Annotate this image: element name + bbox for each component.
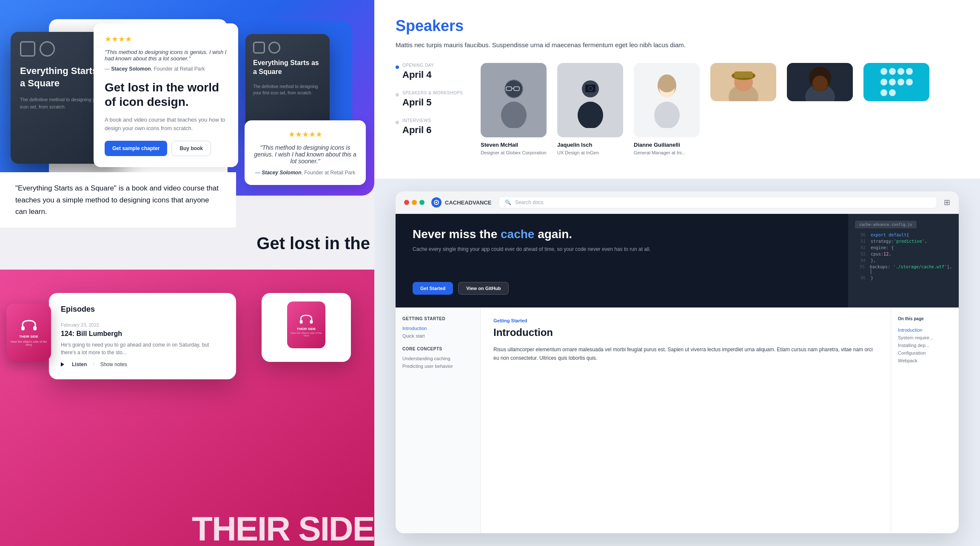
schedule-date-2: April 6 [402, 125, 464, 136]
on-page-item-3[interactable]: Configuration [898, 349, 952, 357]
schedule-date-1: April 5 [402, 97, 464, 108]
on-page-title: On this page [898, 316, 952, 321]
code-line-0: 90 export default { [855, 232, 952, 238]
cache-btns: Get Started View on GitHub [413, 282, 831, 295]
speaker-avatar-5 [875, 63, 918, 101]
reviewer-name: Stacey Solomon [111, 66, 151, 72]
speaker-role-0: Designer at Globex Corporation [481, 150, 549, 156]
code-line-5: 95 backups: ['./storage/cache.wtf'], [855, 264, 952, 275]
bottom-section: Episodes February 23, 2022 124: Bill Lum… [0, 270, 374, 546]
headline-highlight: cache [501, 228, 534, 241]
browser-search[interactable]: 🔍 Search docs [499, 196, 937, 208]
show-notes-label[interactable]: Show notes [100, 361, 127, 367]
docs-nav-introduction[interactable]: Introduction [402, 324, 473, 332]
reviewer2-role: Founder at Retail Park [304, 170, 355, 176]
speaker-card-5 [863, 63, 932, 156]
reviewer2-text: — Stacey Solomon, Founder at Retail Park [254, 170, 356, 176]
headline-part2: again. [538, 228, 572, 241]
speaker-avatar-3 [722, 63, 765, 101]
episode-title: 124: Bill Lumbergh [61, 330, 224, 338]
speaker-photo-0 [481, 63, 547, 137]
on-page-item-1[interactable]: System require... [898, 334, 952, 341]
search-placeholder: Search docs [515, 199, 544, 205]
browser-logo: CACHEADVANCE [431, 197, 492, 208]
svg-point-28 [880, 68, 887, 75]
reviewer2-name: Stacey Solomon [262, 170, 301, 176]
speaker-role-2: General Manager at Ini... [634, 150, 702, 156]
podcast-card-main: Episodes February 23, 2022 124: Bill Lum… [49, 293, 236, 379]
book-subtitle-secondary: The definitive method to designing your … [253, 83, 322, 96]
review-text: "This method to designing icons is geniu… [105, 49, 227, 62]
svg-point-32 [880, 79, 887, 85]
book-desc-section: "Everything Starts as a Square" is a boo… [0, 172, 236, 228]
book-desc-text: "Everything Starts as a Square" is a boo… [15, 182, 221, 217]
docs-nav-getting-started: Getting started Introduction Quick start [402, 316, 473, 340]
cache-logo-icon [431, 197, 442, 208]
speaker-card-4 [787, 63, 855, 156]
cacheadvance-section: CACHEADVANCE 🔍 Search docs ⊞ Never miss … [374, 179, 980, 546]
docs-nav-predicting[interactable]: Predicting user behavior [402, 362, 473, 370]
podcast-logo-secondary: THEIR SIDE Hear the villain's side of th… [287, 301, 325, 348]
headline-part1: Never miss the [413, 228, 497, 241]
svg-point-11 [578, 102, 603, 128]
docs-nav-quickstart[interactable]: Quick start [402, 332, 473, 340]
reviewer-role: Founder at Retail Park [154, 66, 205, 72]
code-line-2: 92 engine: { [855, 245, 952, 251]
speaker-card-2: Dianne Guilianelli General Manager at In… [634, 63, 702, 156]
right-panel: Speakers Mattis nec turpis mauris faucib… [374, 0, 980, 546]
top-section: Everything Starts as a Square The defini… [0, 0, 374, 262]
buy-book-button[interactable]: Buy book [171, 141, 211, 156]
on-page-item-4[interactable]: Webpack [898, 357, 952, 364]
btn-group: Get sample chapter Buy book [105, 141, 227, 156]
dot-yellow [412, 200, 417, 205]
docs-nav-caching[interactable]: Understanding caching [402, 355, 473, 362]
schedule: Opening Day April 4 Speakers & Workshops… [396, 63, 464, 156]
podcast-name-secondary: THEIR SIDE [297, 327, 316, 331]
podcast-name-main: THEIR SIDE [19, 335, 38, 339]
speaker-card-3 [710, 63, 778, 156]
square-icon-2 [253, 42, 265, 54]
cache-hero-desc: Cache every single thing your app could … [413, 245, 831, 253]
review2-stars: ★★★★★ [254, 130, 356, 139]
schedule-date-0: April 4 [402, 69, 464, 80]
listen-label[interactable]: Listen [72, 361, 87, 367]
speaker-avatar-2 [650, 73, 684, 128]
podcast-tagline-2: Hear the villain's side of the story [287, 332, 325, 337]
episode-date: February 23, 2022 [61, 322, 224, 327]
code-line-1: 91 strategy: 'predictive', [855, 238, 952, 245]
their-side-partial: theiR SIDE [192, 512, 374, 546]
get-started-button[interactable]: Get Started [413, 282, 453, 295]
review-card-2: ★★★★★ "This method to designing icons is… [245, 120, 366, 185]
svg-point-19 [658, 77, 675, 92]
docs-page-title: Introduction [493, 327, 878, 338]
reviewer-text: — Stacey Solomon, Founder at Retail Park [105, 66, 227, 72]
speaker-name-2: Dianne Guilianelli [634, 142, 702, 148]
left-panel: Everything Starts as a Square The defini… [0, 0, 374, 546]
speaker-photo-5 [863, 63, 929, 101]
svg-point-37 [889, 89, 896, 96]
their-side-big: theiR SIDE [192, 512, 374, 546]
episodes-title: Episodes [61, 305, 224, 314]
svg-point-14 [589, 87, 592, 90]
svg-point-35 [906, 79, 913, 85]
get-sample-button[interactable]: Get sample chapter [105, 141, 167, 156]
circle-icon-2 [268, 42, 280, 54]
docs-main: Getting Started Introduction Risus ullam… [481, 308, 891, 533]
cache-hero-right: cache-advance.config.js 90 export defaul… [848, 214, 959, 307]
on-page-item-0[interactable]: Introduction [898, 326, 952, 334]
browser-menu-icon[interactable]: ⊞ [944, 198, 950, 207]
schedule-item-2: Interviews April 6 [396, 118, 464, 136]
cache-window: CACHEADVANCE 🔍 Search docs ⊞ Never miss … [396, 191, 959, 533]
speaker-name-1: Jaquelin Isch [557, 142, 625, 148]
book-title-secondary: Everything Starts as a Square [253, 59, 322, 77]
schedule-label-1: Speakers & Workshops [402, 91, 464, 95]
podcast-tagline: Hear the villain's side of the story [6, 340, 51, 346]
speaker-photo-3 [710, 63, 776, 101]
schedule-label-0: Opening Day [402, 63, 464, 68]
code-file-tab: cache-advance.config.js [855, 221, 917, 228]
speaker-avatar-1 [573, 73, 607, 128]
on-page-item-2[interactable]: Installing dep... [898, 341, 952, 349]
get-lost-partial: Get lost in the [256, 234, 370, 253]
view-github-button[interactable]: View on GitHub [458, 282, 509, 295]
svg-rect-0 [21, 326, 25, 330]
